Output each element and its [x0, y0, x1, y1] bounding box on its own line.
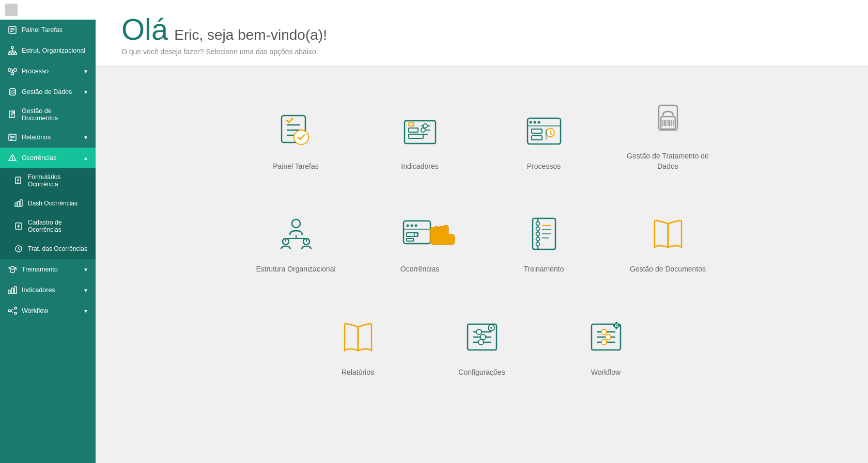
sidebar: Painel Tarefas Estrut. Organizacional — [0, 0, 96, 463]
card-indicadores[interactable]: Indicadores — [358, 87, 482, 180]
sidebar-item-treinamento[interactable]: Treinamento ▼ — [0, 259, 96, 280]
svg-rect-47 — [14, 286, 17, 294]
tasks-icon — [7, 25, 18, 35]
svg-rect-131 — [615, 322, 617, 324]
svg-point-48 — [8, 310, 10, 312]
card-processos[interactable]: Processos — [482, 87, 606, 180]
configuracoes-icon — [459, 314, 505, 360]
card-gestao-dados[interactable]: Gestão de Tratamento de Dados — [606, 87, 730, 180]
svg-point-18 — [9, 89, 16, 91]
sidebar-item-cadastro-ocorrencias[interactable]: Cadastro de Ocorrências — [0, 214, 96, 238]
svg-rect-38 — [20, 200, 22, 206]
sidebar-item-dash-ocorrencias[interactable]: Dash Ocorrências — [0, 193, 96, 214]
svg-point-96 — [410, 225, 413, 227]
card-estrutura-org[interactable]: Estrutura Organizacional — [234, 200, 358, 283]
processos-icon — [521, 108, 567, 154]
svg-point-107 — [536, 237, 539, 241]
sidebar-label-cadastro-ocorrencias: Cadastro de Ocorrências — [28, 219, 88, 233]
relatorios-icon — [335, 314, 381, 360]
svg-rect-14 — [14, 69, 17, 71]
workflow-icon-sidebar — [7, 306, 18, 316]
main-content: Olá Eric, seja bem-vindo(a)! O que você … — [96, 0, 868, 463]
svg-point-104 — [536, 222, 539, 226]
card-workflow[interactable]: Workflow — [544, 304, 668, 386]
sidebar-item-indicadores[interactable]: Indicadores ▼ — [0, 280, 96, 300]
sidebar-label-processo: Processo — [22, 68, 49, 75]
svg-line-51 — [10, 309, 13, 311]
reports-icon — [7, 132, 18, 142]
svg-rect-6 — [11, 53, 13, 55]
card-treinamento[interactable]: Treinamento — [482, 200, 606, 283]
cadastro-icon — [13, 221, 24, 231]
card-ocorrencias[interactable]: Ocorrências — [358, 200, 482, 283]
svg-point-126 — [601, 329, 607, 334]
card-relatorios[interactable]: Relatórios — [296, 304, 420, 386]
occurrences-icon — [7, 153, 18, 163]
svg-point-69 — [533, 121, 536, 123]
sidebar-item-gestao-dados[interactable]: Gestão de Dados ▼ — [0, 82, 96, 102]
svg-point-119 — [478, 340, 484, 345]
sidebar-label-dash-ocorrencias: Dash Ocorrências — [28, 200, 78, 207]
cards-row-3: Relatórios — [127, 304, 837, 386]
card-label-estrutura-org: Estrutura Organizacional — [256, 264, 335, 275]
sidebar-label-estruct-org: Estrut. Organizacional — [22, 47, 85, 54]
svg-rect-134 — [618, 325, 620, 326]
card-label-treinamento: Treinamento — [523, 264, 564, 275]
sidebar-item-ocorrencias[interactable]: Ocorrências ▲ — [0, 148, 96, 168]
svg-rect-132 — [615, 328, 617, 329]
svg-line-52 — [10, 311, 13, 313]
sidebar-label-indicadores: Indicadores — [22, 286, 55, 294]
card-painel-tarefas[interactable]: Painel Tarefas — [234, 87, 358, 180]
svg-point-95 — [406, 225, 409, 227]
sidebar-item-gestao-docs[interactable]: Gestão de Documentos — [0, 102, 96, 127]
svg-point-87 — [292, 219, 300, 228]
svg-point-50 — [14, 312, 17, 314]
svg-line-44 — [19, 249, 20, 250]
svg-point-101 — [414, 233, 417, 236]
svg-rect-100 — [407, 238, 414, 241]
card-label-workflow: Workflow — [591, 368, 621, 378]
logo — [0, 0, 96, 20]
org-icon — [7, 45, 18, 56]
dash-icon — [13, 198, 24, 209]
svg-rect-7 — [14, 53, 17, 55]
workflow-card-icon — [583, 314, 629, 360]
sidebar-label-painel-tarefas: Painel Tarefas — [22, 26, 63, 34]
svg-point-128 — [601, 340, 607, 345]
sidebar-label-trat-ocorrencias: Trat. das Ocorrências — [28, 245, 87, 252]
header: Olá Eric, seja bem-vindo(a)! O que você … — [96, 0, 868, 67]
svg-rect-15 — [11, 72, 14, 75]
svg-rect-73 — [532, 136, 542, 140]
sidebar-item-relatorios[interactable]: Relatórios ▼ — [0, 127, 96, 148]
svg-rect-61 — [409, 123, 414, 126]
svg-rect-37 — [18, 201, 20, 206]
sidebar-item-painel-tarefas[interactable]: Painel Tarefas — [0, 20, 96, 40]
svg-rect-46 — [11, 288, 13, 294]
card-gestao-documentos[interactable]: Gestão de Documentos — [606, 200, 730, 283]
svg-point-117 — [476, 329, 482, 334]
sidebar-item-processo[interactable]: Processo ▼ — [0, 61, 96, 82]
sidebar-item-workflow[interactable]: Workflow ▼ — [0, 300, 96, 321]
sidebar-item-trat-ocorrencias[interactable]: Trat. das Ocorrências — [0, 238, 96, 259]
svg-point-66 — [421, 128, 425, 132]
chevron-treinamento: ▼ — [83, 267, 88, 273]
sidebar-item-form-ocorrencia[interactable]: Formulários Ocorrência — [0, 168, 96, 193]
estrutura-org-icon — [273, 211, 319, 257]
sidebar-item-estruct-org[interactable]: Estrut. Organizacional — [0, 40, 96, 61]
greeting: Olá — [121, 14, 168, 44]
svg-rect-36 — [15, 203, 17, 206]
training-icon — [7, 264, 18, 275]
ocorrencias-icon — [397, 211, 443, 257]
sidebar-label-gestao-dados: Gestão de Dados — [22, 88, 72, 95]
svg-rect-133 — [613, 325, 614, 326]
svg-rect-72 — [532, 129, 542, 133]
svg-point-121 — [490, 327, 492, 329]
svg-rect-60 — [409, 134, 423, 138]
trat-icon — [13, 244, 24, 254]
sidebar-label-ocorrencias: Ocorrências — [22, 154, 56, 162]
card-configuracoes[interactable]: Configurações — [420, 304, 544, 386]
chevron-workflow: ▼ — [83, 308, 88, 314]
svg-rect-59 — [409, 128, 418, 132]
card-label-processos: Processos — [527, 162, 561, 172]
svg-point-31 — [12, 159, 12, 159]
